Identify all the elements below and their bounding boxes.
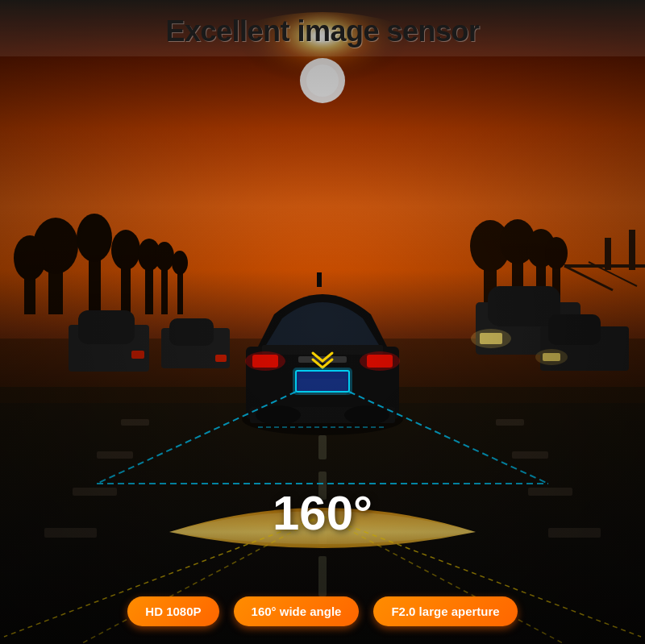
sun-glow	[298, 48, 347, 97]
aperture-badge: F2.0 large aperture	[373, 596, 517, 626]
main-container: Excellent image sensor 160° HD 1080P 160…	[0, 0, 645, 644]
hd-badge: HD 1080P	[127, 596, 218, 626]
angle-badge: 160° wide angle	[234, 596, 360, 626]
page-title: Excellent image sensor	[0, 15, 645, 48]
badges-row: HD 1080P 160° wide angle F2.0 large aper…	[0, 596, 645, 626]
angle-display: 160°	[273, 485, 372, 541]
